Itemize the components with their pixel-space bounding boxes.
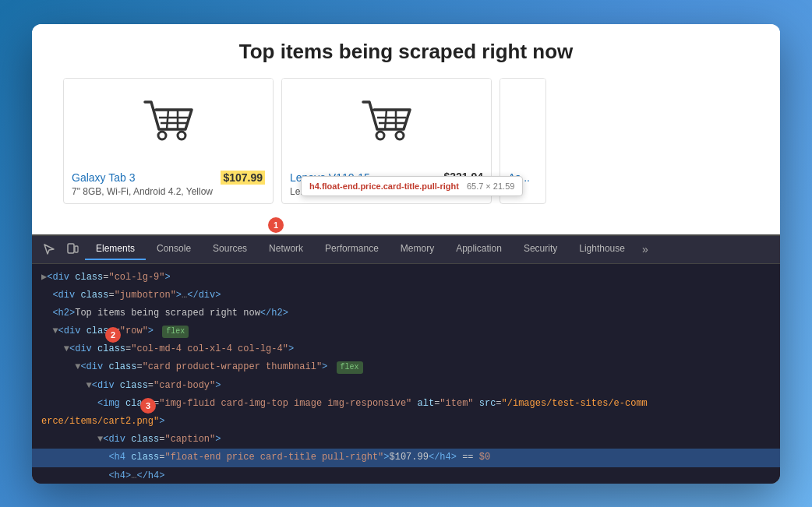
svg-point-1 xyxy=(178,132,185,139)
svg-line-5 xyxy=(167,110,168,129)
step-badge-1: 1 xyxy=(268,217,284,233)
tab-application[interactable]: Application xyxy=(445,238,513,260)
product-desc-1: 7" 8GB, Wi-Fi, Android 4.2, Yellow xyxy=(72,186,265,197)
dom-line-10[interactable]: <h4 class="float-end price card-title pu… xyxy=(32,449,780,467)
devtools-device-icon[interactable] xyxy=(62,238,83,260)
dom-line-3: ▼<div class="row"> flex xyxy=(32,322,780,340)
dom-line-0: ▶<div class="col-lg-9"> xyxy=(32,269,780,287)
product-name-1[interactable]: Galaxy Tab 3 xyxy=(72,171,135,184)
product-card-1: Galaxy Tab 3 $107.99 7" 8GB, Wi-Fi, Andr… xyxy=(63,78,274,204)
tab-elements[interactable]: Elements xyxy=(85,238,146,260)
step-badge-3: 3 xyxy=(140,398,156,414)
dom-line-4: ▼<div class="col-md-4 col-xl-4 col-lg-4"… xyxy=(32,340,780,358)
svg-rect-15 xyxy=(75,246,78,252)
svg-point-0 xyxy=(158,132,166,139)
step-badge-2: 2 xyxy=(105,327,121,343)
page-content: Top items being scraped right now xyxy=(32,24,780,234)
tab-performance[interactable]: Performance xyxy=(314,238,390,260)
tab-security[interactable]: Security xyxy=(513,238,568,260)
tab-lighthouse[interactable]: Lighthouse xyxy=(568,238,636,260)
dom-line-9: ▼<div class="caption"> xyxy=(32,431,780,449)
svg-point-8 xyxy=(396,132,404,139)
dom-line-6: ▼<div class="card-body"> xyxy=(32,377,780,395)
dom-line-2: <h2>Top items being scraped right now</h… xyxy=(32,305,780,322)
tab-network[interactable]: Network xyxy=(258,238,314,260)
dom-line-5: ▼<div class="card product-wrapper thumbn… xyxy=(32,358,780,376)
dom-line-1: <div class="jumbotron">…</div> xyxy=(32,287,780,305)
product-image-3 xyxy=(500,79,545,164)
tab-console[interactable]: Console xyxy=(146,238,202,260)
page-title: Top items being scraped right now xyxy=(239,40,574,64)
cart-icon-1 xyxy=(137,90,199,153)
product-image-1 xyxy=(64,79,273,164)
product-price-1: $107.99 xyxy=(221,171,265,185)
devtools-more-tabs[interactable]: » xyxy=(636,240,655,259)
tab-memory[interactable]: Memory xyxy=(390,238,445,260)
dom-tree: ▶<div class="col-lg-9"> <div class="jumb… xyxy=(32,264,780,484)
dom-line-8: erce/items/cart2.png"> xyxy=(32,413,780,431)
svg-line-12 xyxy=(385,110,387,129)
devtools-panel: Elements Console Sources Network Perform… xyxy=(32,234,780,484)
element-tooltip: h4.float-end.price.card-title.pull-right… xyxy=(301,176,523,196)
devtools-inspect-icon[interactable] xyxy=(38,238,60,260)
tooltip-selector: h4.float-end.price.card-title.pull-right xyxy=(309,181,459,191)
svg-rect-14 xyxy=(68,244,74,253)
svg-point-7 xyxy=(376,132,384,139)
cart-icon-2 xyxy=(355,90,418,153)
devtools-tabs: Elements Console Sources Network Perform… xyxy=(85,238,655,260)
tab-sources[interactable]: Sources xyxy=(202,238,258,260)
product-image-2 xyxy=(282,79,491,164)
product-card-body-1: Galaxy Tab 3 $107.99 7" 8GB, Wi-Fi, Andr… xyxy=(64,164,273,203)
devtools-toolbar: Elements Console Sources Network Perform… xyxy=(32,236,780,264)
dom-line-11: <h4>…</h4> xyxy=(32,467,780,484)
browser-window: Top items being scraped right now xyxy=(32,24,780,484)
tooltip-size: 65.7 × 21.59 xyxy=(467,181,514,191)
